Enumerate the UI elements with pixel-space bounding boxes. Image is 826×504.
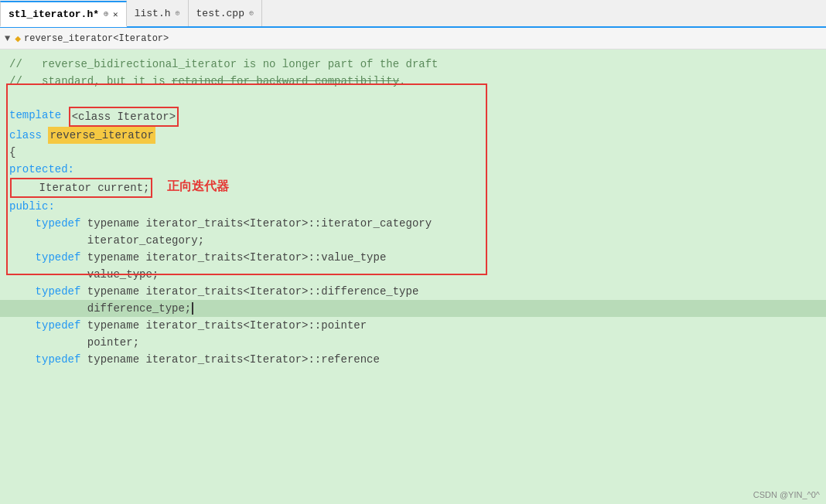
iterator-current-box: Iterator current; [10,178,152,198]
template-param-box: <class Iterator> [69,107,179,127]
code-line: // standard, but it is retained for back… [0,73,826,90]
tab-label: stl_iterator.h* [9,9,99,20]
annotation-forward-iterator: 正向迭代器 [167,178,229,195]
keyword-typedef: typedef [9,283,80,300]
code-text: difference_type; [9,300,200,317]
code-text: pointer; [9,334,139,351]
code-text: typename iterator_traits<Iterator>::valu… [80,249,386,266]
code-text: typename iterator_traits<Iterator>::diff… [80,283,418,300]
code-line [0,90,826,107]
tab-bar: stl_iterator.h* ⊕ ✕ list.h ⊕ test.cpp ⊕ [0,0,826,28]
cursor-line: difference_type; [0,300,826,317]
keyword-class: class [9,127,42,144]
keyword-typedef: typedef [9,351,80,368]
tab-stl-iterator[interactable]: stl_iterator.h* ⊕ ✕ [0,1,127,27]
watermark: CSDN @YIN_^0^ [753,490,820,499]
code-line: typedef typename iterator_traits<Iterato… [0,283,826,300]
keyword-template: template [9,107,61,124]
template-line: template <class Iterator> [0,107,826,127]
code-line: public: [0,198,826,215]
breadcrumb-bar: ▼ ◆ reverse_iterator<Iterator> [0,28,826,49]
code-line: protected: [0,161,826,178]
code-line: typedef typename iterator_traits<Iterato… [0,249,826,266]
breadcrumb-dropdown[interactable]: ▼ [5,33,10,44]
code-text: typename iterator_traits<Iterator>::poin… [80,317,367,334]
code-line: iterator_category; [0,232,826,249]
keyword-protected: protected: [9,161,74,178]
code-line: typedef typename iterator_traits<Iterato… [0,215,826,232]
code-text: Iterator current; [13,182,149,194]
code-text [61,107,67,124]
tab-list-h[interactable]: list.h ⊕ [127,0,189,26]
code-text: // reverse_bidirectional_iterator is no … [9,56,439,73]
function-label: reverse_iterator<Iterator> [24,33,169,44]
code-text: typename iterator_traits<Iterator>::refe… [80,351,379,368]
code-line: { [0,144,826,161]
code-line: value_type; [0,266,826,283]
keyword-typedef: typedef [9,215,80,232]
tab-test-cpp[interactable]: test.cpp ⊕ [189,0,262,26]
editor-area: // reverse_bidirectional_iterator is no … [0,49,826,504]
iterator-current-line: Iterator current; 正向迭代器 [0,178,826,198]
keyword-typedef: typedef [9,317,80,334]
pin-icon: ⊕ [104,9,108,19]
code-text: reverse_iterator [49,129,153,141]
code-text: { [9,144,15,161]
function-icon: ◆ [15,32,21,45]
tab-label: test.cpp [196,8,244,19]
pin-icon: ⊕ [249,9,254,18]
code-text: value_type; [9,266,159,283]
breadcrumb-function: ◆ reverse_iterator<Iterator> [15,32,169,45]
code-line: // reverse_bidirectional_iterator is no … [0,56,826,73]
code-line: typedef typename iterator_traits<Iterato… [0,317,826,334]
code-text [42,127,48,144]
pin-icon: ⊕ [176,9,180,18]
classname-highlight: reverse_iterator [48,127,155,144]
code-text: iterator_category; [9,232,204,249]
code-text: // standard, but it is retained for back… [9,73,406,90]
keyword-public: public: [9,198,55,215]
keyword-typedef: typedef [9,249,80,266]
code-line: typedef typename iterator_traits<Iterato… [0,351,826,368]
close-icon[interactable]: ✕ [113,9,118,19]
code-text: <class Iterator> [72,111,176,123]
code-text: typename iterator_traits<Iterator>::iter… [80,215,432,232]
code-line: pointer; [0,334,826,351]
tab-label: list.h [135,8,171,19]
class-line: class reverse_iterator [0,127,826,144]
